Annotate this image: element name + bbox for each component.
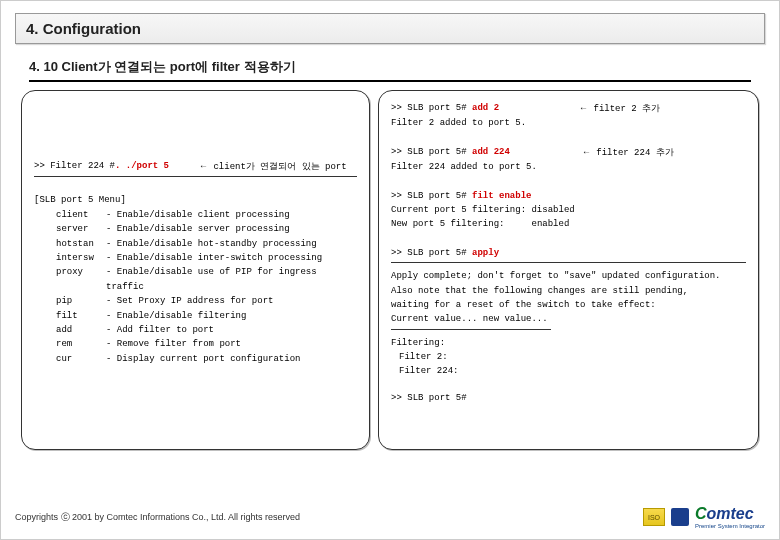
- command-text: add 224: [472, 147, 510, 157]
- menu-desc: - Remove filter from port: [106, 337, 357, 351]
- annotation-text: client가 연결되어 있는 port: [213, 162, 346, 172]
- menu-key: pip: [56, 294, 106, 308]
- prompt-text: >> Filter 224 #: [34, 159, 115, 174]
- output-text: Current value... new value...: [391, 312, 746, 326]
- prompt-text: >> SLB port 5#: [391, 191, 472, 201]
- output-text: Filter 2:: [399, 350, 746, 364]
- cert-badge-icon: ISO: [643, 508, 665, 526]
- cmd-line: >> SLB port 5# filt enable: [391, 189, 746, 203]
- menu-desc: - Enable/disable server processing: [106, 222, 357, 236]
- arrow-left-icon: ←: [579, 103, 588, 113]
- menu-desc: - Add filter to port: [106, 323, 357, 337]
- menu-desc: - Enable/disable hot-standby processing: [106, 237, 357, 251]
- logo-block: ISO Comtec Premier System Integrator: [643, 505, 765, 529]
- menu-key: filt: [56, 309, 106, 323]
- menu-row: filt- Enable/disable filtering: [56, 309, 357, 323]
- menu-desc: - Display current port configuration: [106, 352, 357, 366]
- menu-key: add: [56, 323, 106, 337]
- copyright-text: Copyrights ⓒ 2001 by Comtec Informations…: [15, 511, 300, 524]
- prompt-text: >> SLB port 5#: [391, 103, 472, 113]
- menu-row: hotstan- Enable/disable hot-standby proc…: [56, 237, 357, 251]
- output-text: Apply complete; don't forget to "save" u…: [391, 269, 746, 283]
- menu-key: client: [56, 208, 106, 222]
- output-text: Current port 5 filtering: disabled: [391, 203, 746, 217]
- menu-row: add- Add filter to port: [56, 323, 357, 337]
- cmd-line: >> SLB port 5# apply: [391, 246, 746, 260]
- cmd-line: >> SLB port 5# add 2 ← filter 2 추가: [391, 101, 746, 116]
- cmd-line: >> SLB port 5# add 224 ← filter 224 추가: [391, 145, 746, 160]
- menu-header: [SLB port 5 Menu]: [34, 193, 357, 207]
- menu-key: rem: [56, 337, 106, 351]
- cmd-annotation: ← filter 224 추가: [582, 145, 674, 160]
- terminal-right: >> SLB port 5# add 2 ← filter 2 추가 Filte…: [378, 90, 759, 450]
- menu-desc: - Set Proxy IP address for port: [106, 294, 357, 308]
- prompt-text: >> SLB port 5#: [391, 391, 746, 405]
- menu-desc: - Enable/disable use of PIP for ingress …: [106, 265, 357, 294]
- company-tagline: Premier System Integrator: [695, 523, 765, 529]
- cmd-annotation: ← client가 연결되어 있는 port: [199, 159, 347, 174]
- output-text: New port 5 filtering: enabled: [391, 217, 746, 231]
- footer: Copyrights ⓒ 2001 by Comtec Informations…: [15, 505, 765, 529]
- menu-desc: - Enable/disable filtering: [106, 309, 357, 323]
- menu-row: pip- Set Proxy IP address for port: [56, 294, 357, 308]
- menu-row: client- Enable/disable client processing: [56, 208, 357, 222]
- menu-key: cur: [56, 352, 106, 366]
- menu-key: server: [56, 222, 106, 236]
- content-panels: >> Filter 224 # . ./port 5 ← client가 연결되…: [21, 90, 759, 450]
- divider: [391, 262, 746, 263]
- annotation-text: filter 224 추가: [596, 148, 673, 158]
- output-label: New port 5 filtering:: [391, 219, 504, 229]
- command-text: filt enable: [472, 191, 531, 201]
- terminal-left: >> Filter 224 # . ./port 5 ← client가 연결되…: [21, 90, 370, 450]
- command-text: apply: [472, 248, 499, 258]
- slide: 4. Configuration 4. 10 Client가 연결되는 port…: [0, 0, 780, 540]
- company-logo: Comtec: [695, 505, 765, 523]
- output-text: Filter 224:: [399, 364, 746, 378]
- command-text: add 2: [472, 103, 499, 113]
- menu-key: intersw: [56, 251, 106, 265]
- sub-section-title: 4. 10 Client가 연결되는 port에 filter 적용하기: [29, 58, 751, 82]
- menu-row: cur- Display current port configuration: [56, 352, 357, 366]
- menu-desc: - Enable/disable inter-switch processing: [106, 251, 357, 265]
- output-text: Filtering:: [391, 336, 746, 350]
- prompt-text: >> SLB port 5#: [391, 147, 472, 157]
- arrow-left-icon: ←: [199, 161, 208, 171]
- divider: [34, 176, 357, 177]
- command-text: . ./port 5: [115, 159, 169, 174]
- menu-row: intersw- Enable/disable inter-switch pro…: [56, 251, 357, 265]
- menu-list: client- Enable/disable client processing…: [34, 208, 357, 366]
- annotation-text: filter 2 추가: [593, 104, 660, 114]
- output-text: Also note that the following changes are…: [391, 284, 746, 298]
- output-text: waiting for a reset of the switch to tak…: [391, 298, 746, 312]
- output-value: enabled: [531, 219, 569, 229]
- divider: [391, 329, 551, 330]
- section-title: 4. Configuration: [15, 13, 765, 44]
- menu-row: rem- Remove filter from port: [56, 337, 357, 351]
- menu-key: proxy: [56, 265, 106, 294]
- output-text: Filter 2 added to port 5.: [391, 116, 746, 130]
- arrow-left-icon: ←: [582, 147, 591, 157]
- cert-badge-icon: [671, 508, 689, 526]
- menu-desc: - Enable/disable client processing: [106, 208, 357, 222]
- prompt-text: >> SLB port 5#: [391, 248, 472, 258]
- cmd-annotation: ← filter 2 추가: [579, 101, 660, 116]
- output-text: Filter 224 added to port 5.: [391, 160, 746, 174]
- menu-row: server- Enable/disable server processing: [56, 222, 357, 236]
- menu-row: proxy- Enable/disable use of PIP for ing…: [56, 265, 357, 294]
- menu-key: hotstan: [56, 237, 106, 251]
- cmd-line: >> Filter 224 # . ./port 5 ← client가 연결되…: [34, 159, 357, 174]
